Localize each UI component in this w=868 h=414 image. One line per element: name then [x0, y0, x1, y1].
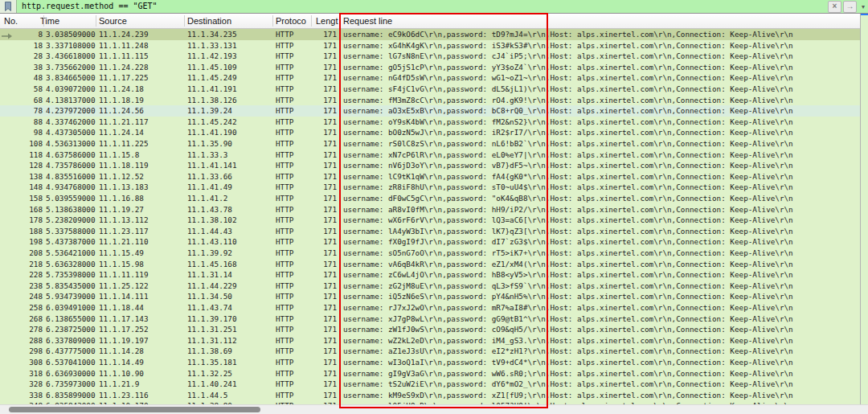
cell-source: 11.1.24.239: [99, 29, 149, 40]
packet-row[interactable]: 2085.53642100011.1.15.4911.1.39.92HTTP17…: [0, 248, 860, 259]
packet-row[interactable]: 3386.83589900011.1.23.11611.1.44.5HTTP17…: [0, 390, 860, 401]
cell-destination: 11.1.31.251: [187, 324, 237, 335]
cell-protocol: HTTP: [276, 357, 293, 368]
cell-source: 11.1.11.248: [99, 40, 149, 51]
cell-protocol: HTTP: [276, 84, 293, 95]
column-separator[interactable]: [43, 15, 44, 27]
packet-row[interactable]: 1384.83551600011.1.12.5211.1.33.66HTTP17…: [0, 171, 860, 182]
cell-destination: 11.1.35.181: [187, 357, 237, 368]
cell-request-line: username: wZ2kL2eD\r\n,password: iM4_gS3…: [343, 335, 793, 346]
cell-time: 4.735786000: [46, 160, 96, 171]
cell-request-line: username: zC6wL4jO\r\n,password: hB8<yV5…: [343, 269, 793, 281]
packet-row[interactable]: 684.13813700011.1.18.1911.1.38.126HTTP17…: [0, 95, 860, 106]
cell-source: 11.1.14.28: [99, 346, 144, 357]
packet-row[interactable]: 483.83466500011.1.17.22511.1.45.249HTTP1…: [0, 72, 860, 84]
cell-no: 88: [0, 117, 43, 128]
packet-row[interactable]: 1484.93476800011.1.13.18311.1.41.49HTTP1…: [0, 182, 860, 193]
horizontal-scrollbar-track[interactable]: [0, 404, 868, 414]
column-header-length[interactable]: Lengt: [316, 15, 338, 27]
cell-destination: 11.1.33.66: [187, 171, 232, 182]
packet-row[interactable]: 584.03907200011.1.24.1811.1.41.191HTTP17…: [0, 84, 860, 95]
column-header-request-line[interactable]: Request line: [343, 15, 392, 27]
clear-x-icon: ×: [833, 2, 837, 10]
column-separator[interactable]: [311, 15, 312, 27]
filter-clear-button[interactable]: ×: [828, 1, 841, 13]
packet-row[interactable]: 2786.23872500011.1.17.25211.1.31.251HTTP…: [0, 324, 860, 335]
column-header-destination[interactable]: Destination: [187, 15, 231, 27]
cell-source: 11.1.14.111: [99, 291, 149, 302]
cell-time: 6.138655000: [46, 314, 96, 325]
cell-no: 38: [0, 62, 43, 73]
column-separator[interactable]: [184, 15, 185, 27]
cell-request-line: username: xN7cP6lR\r\n,password: eL0%eY7…: [343, 150, 793, 161]
cell-no: 298: [0, 346, 43, 357]
packet-row[interactable]: 1685.13863800011.1.19.2711.1.43.78HTTP17…: [0, 204, 860, 215]
packet-row[interactable]: 3286.73597300011.1.21.911.1.40.241HTTP17…: [0, 379, 860, 390]
cell-no: 328: [0, 379, 43, 390]
packet-row[interactable]: 3186.63693000011.1.10.9011.1.32.25HTTP17…: [0, 368, 860, 379]
cell-source: 11.1.11.119: [99, 269, 149, 281]
column-separator[interactable]: [96, 15, 96, 27]
cell-destination: 11.1.39.92: [187, 248, 232, 259]
packet-row[interactable]: 1284.73578600011.1.18.11911.1.41.141HTTP…: [0, 160, 860, 171]
display-filter-input[interactable]: http.request.method == "GET": [17, 0, 828, 13]
packet-row[interactable]: 2485.93473900011.1.14.11111.1.34.50HTTP1…: [0, 291, 860, 302]
cell-request-line: username: lG7sN8nE\r\n,password: cJ4`iP5…: [343, 51, 793, 62]
filter-bookmark-button[interactable]: [0, 0, 17, 13]
cell-source: 11.1.18.19: [99, 95, 144, 106]
horizontal-scrollbar-thumb[interactable]: [9, 407, 260, 412]
packet-row[interactable]: 1785.23820900011.1.13.11211.1.38.102HTTP…: [0, 215, 860, 226]
packet-list: 83.03850900011.1.24.23911.1.34.235HTTP17…: [0, 29, 860, 404]
cell-time: 4.835516000: [46, 171, 96, 182]
column-header-source[interactable]: Source: [99, 15, 127, 27]
cell-length: 171: [309, 127, 337, 138]
packet-row[interactable]: 2385.83543500011.1.25.12211.1.44.229HTTP…: [0, 281, 860, 292]
packet-row[interactable]: 2586.03949100011.1.18.4411.1.43.74HTTP17…: [0, 302, 860, 314]
packet-row[interactable]: 1084.53631300011.1.11.22511.1.35.90HTTP1…: [0, 138, 860, 150]
packet-row[interactable]: 183.33710800011.1.11.24811.1.33.131HTTP1…: [0, 40, 860, 51]
cell-length: 171: [309, 29, 337, 40]
packet-row[interactable]: 1585.03955900011.1.16.8811.1.41.2HTTP171…: [0, 193, 860, 204]
cell-length: 171: [309, 302, 337, 314]
packet-row[interactable]: 283.43661800011.1.11.11511.1.42.193HTTP1…: [0, 51, 860, 62]
packet-row[interactable]: 1885.33758800011.1.23.11711.1.44.43HTTP1…: [0, 226, 860, 237]
column-separator[interactable]: [272, 15, 273, 27]
cell-time: 4.536313000: [46, 138, 96, 150]
cell-source: 11.1.19.197: [99, 335, 149, 346]
cell-source: 11.1.14.49: [99, 357, 144, 368]
column-header-no[interactable]: No.: [4, 15, 18, 27]
intelligent-scrollbar-minimap[interactable]: [860, 14, 868, 404]
cell-time: 4.934768000: [46, 182, 96, 193]
cell-protocol: HTTP: [276, 117, 293, 128]
cell-destination: 11.1.43.74: [187, 302, 232, 314]
cell-source: 11.1.16.88: [99, 193, 144, 204]
column-header-protocol[interactable]: Protoco: [276, 15, 306, 27]
cell-length: 171: [309, 138, 337, 150]
cell-protocol: HTTP: [276, 368, 293, 379]
packet-row[interactable]: 884.33746200011.1.21.11711.1.45.242HTTP1…: [0, 117, 860, 128]
packet-row[interactable]: 383.73566200011.1.24.22811.1.45.109HTTP1…: [0, 62, 860, 73]
cell-source: 11.1.19.27: [99, 204, 144, 215]
packet-row[interactable]: 83.03850900011.1.24.23911.1.34.235HTTP17…: [0, 29, 860, 40]
packet-row[interactable]: 784.23797200011.1.24.5611.1.39.24HTTP171…: [0, 105, 860, 117]
packet-row[interactable]: 2285.73539800011.1.11.11911.1.31.14HTTP1…: [0, 269, 860, 281]
packet-row[interactable]: 2185.63632800011.1.15.9811.1.45.168HTTP1…: [0, 259, 860, 270]
packet-row[interactable]: 2986.43777500011.1.14.2811.1.38.69HTTP17…: [0, 346, 860, 357]
cell-no: 218: [0, 259, 43, 270]
cell-time: 3.038509000: [46, 29, 96, 40]
cell-request-line: username: oY9sK4bW\r\n,password: fM2&nS2…: [343, 117, 793, 128]
packet-row[interactable]: 1184.63758600011.1.15.811.1.33.3HTTP171u…: [0, 150, 860, 161]
cell-time: 6.735973000: [46, 379, 96, 390]
filter-apply-button[interactable]: →: [843, 1, 857, 13]
cell-time: 3.834665000: [46, 72, 96, 84]
packet-row[interactable]: 2686.13865500011.1.17.14311.1.39.170HTTP…: [0, 314, 860, 325]
packet-row[interactable]: 2886.33780900011.1.19.19711.1.31.112HTTP…: [0, 335, 860, 346]
filter-dropdown-button[interactable]: ▾: [858, 1, 868, 13]
packet-row[interactable]: 1985.43738700011.1.21.11011.1.43.110HTTP…: [0, 236, 860, 248]
packet-row[interactable]: 984.43730500011.1.24.1411.1.41.190HTTP17…: [0, 127, 860, 138]
cell-length: 171: [309, 117, 337, 128]
packet-row[interactable]: 3086.53704100011.1.14.4911.1.35.181HTTP1…: [0, 357, 860, 368]
cell-time: 5.835435000: [46, 281, 96, 292]
cell-length: 171: [309, 51, 337, 62]
cell-destination: 11.1.35.90: [187, 138, 232, 150]
